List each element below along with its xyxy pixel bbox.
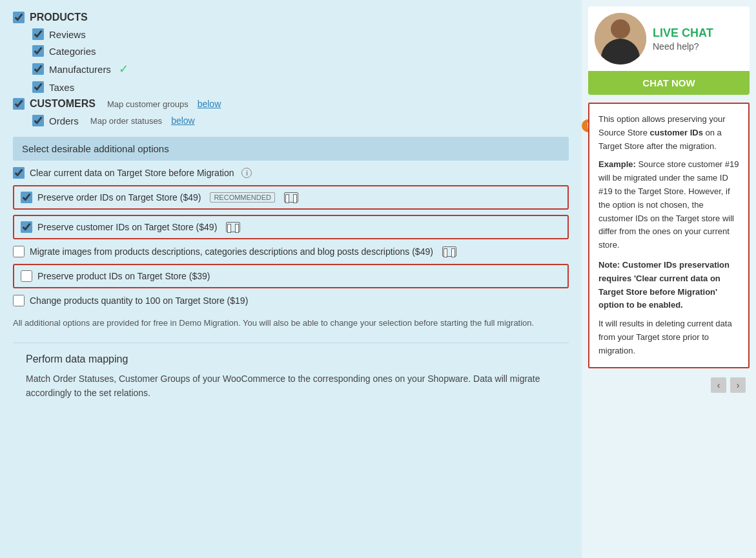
change-quantity-checkbox[interactable] [13, 295, 25, 306]
taxes-checkbox[interactable] [32, 81, 44, 93]
clear-current-label: Clear current data on Target Store befor… [30, 168, 234, 178]
chat-header: LIVE CHAT Need help? [588, 6, 750, 71]
person-head [611, 19, 630, 39]
preserve-customer-film-icon [226, 222, 240, 232]
customers-label: CUSTOMERS [30, 98, 96, 110]
mapping-text: Match Order Statuses, Customer Groups of… [26, 372, 556, 401]
additional-options-header: Select desirable additional options [13, 137, 569, 161]
tooltip-text1: This option allows preserving your Sourc… [598, 113, 739, 153]
categories-item: Categories [32, 45, 569, 57]
products-item: PRODUCTS [13, 12, 569, 23]
preserve-order-film-icon [284, 192, 298, 203]
manufacturers-item: Manufacturers ✓ [32, 62, 569, 76]
tooltip-note: Note: Customer IDs preservation requires… [598, 259, 739, 312]
reviews-checkbox[interactable] [32, 28, 44, 40]
preserve-customer-checkbox[interactable] [21, 221, 32, 233]
products-label: PRODUCTS [30, 12, 88, 23]
orders-label: Orders [49, 115, 79, 126]
manufacturers-check-icon: ✓ [119, 62, 128, 76]
customers-item: CUSTOMERS Map customer groups below [13, 98, 569, 110]
products-checkbox[interactable] [13, 12, 25, 23]
categories-checkbox[interactable] [32, 45, 44, 57]
taxes-item: Taxes [32, 81, 569, 93]
chat-now-button[interactable]: CHAT NOW [588, 71, 750, 95]
clear-current-option: Clear current data on Target Store befor… [13, 167, 569, 179]
chat-info: LIVE CHAT Need help? [653, 26, 713, 52]
preserve-order-label: Preserve order IDs on Target Store ($49) [37, 192, 201, 203]
tooltip-note-text: It will results in deleting current data… [598, 317, 739, 357]
manufacturers-label: Manufacturers [49, 64, 111, 75]
live-chat-title: LIVE CHAT [653, 26, 713, 40]
taxes-label: Taxes [49, 82, 74, 93]
avatar [595, 13, 646, 65]
manufacturers-checkbox[interactable] [32, 63, 44, 75]
orders-map-link[interactable]: below [171, 115, 195, 126]
preserve-customer-label: Preserve customer IDs on Target Store ($… [37, 222, 217, 232]
preserve-product-checkbox[interactable] [21, 270, 32, 282]
customers-map-link[interactable]: below [198, 99, 221, 109]
customers-map-prefix: Map customer groups [107, 99, 189, 109]
live-chat-box: LIVE CHAT Need help? CHAT NOW [588, 6, 750, 95]
mapping-section: Perform data mapping Match Order Statuse… [13, 343, 569, 411]
need-help-text: Need help? [653, 41, 713, 52]
preserve-order-checkbox[interactable] [21, 192, 32, 203]
next-arrow[interactable]: › [730, 377, 746, 393]
mapping-header: Perform data mapping [26, 354, 556, 365]
change-quantity-label: Change products quantity to 100 on Targe… [30, 295, 248, 306]
avatar-image [595, 13, 646, 65]
reviews-label: Reviews [49, 29, 86, 40]
clear-current-checkbox[interactable] [13, 167, 25, 179]
migrate-images-film-icon [442, 246, 456, 257]
tooltip-example: Example: Source store customer #19 will … [598, 158, 739, 252]
preserve-order-option: Preserve order IDs on Target Store ($49)… [13, 185, 569, 210]
clear-current-info-icon[interactable]: i [241, 168, 252, 178]
preserve-product-option: Preserve product IDs on Target Store ($3… [13, 264, 569, 288]
footer-note: All additional options are provided for … [13, 317, 569, 330]
tooltip-container: ! This option allows preserving your Sou… [588, 103, 750, 368]
customers-checkbox[interactable] [13, 98, 25, 110]
reviews-item: Reviews [32, 28, 569, 40]
categories-label: Categories [49, 46, 96, 57]
preserve-customer-option: Preserve customer IDs on Target Store ($… [13, 215, 569, 239]
recommended-badge: RECOMMENDED [210, 192, 275, 203]
tooltip-popup: This option allows preserving your Sourc… [588, 103, 750, 368]
person-body [601, 39, 640, 65]
prev-arrow[interactable]: ‹ [711, 377, 726, 393]
migrate-images-checkbox[interactable] [13, 246, 25, 257]
nav-arrows: ‹ › [588, 374, 750, 397]
migrate-images-option: Migrate images from products description… [13, 246, 569, 257]
change-quantity-option: Change products quantity to 100 on Targe… [13, 295, 569, 306]
orders-map-prefix: Map order statuses [90, 116, 162, 126]
migrate-images-label: Migrate images from products description… [30, 246, 433, 257]
orders-item: Orders Map order statuses below [32, 115, 569, 126]
orders-checkbox[interactable] [32, 115, 44, 126]
preserve-product-label: Preserve product IDs on Target Store ($3… [37, 271, 210, 281]
